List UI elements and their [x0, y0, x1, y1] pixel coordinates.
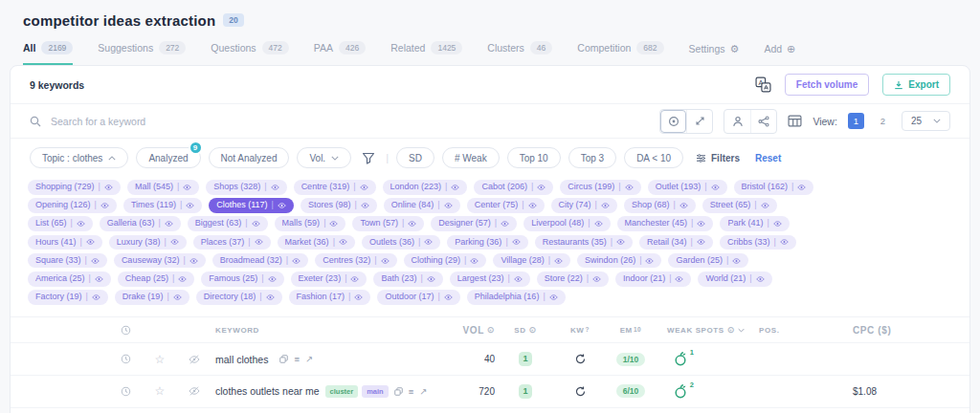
weak-spot-apple-icon[interactable]: 1	[673, 351, 688, 367]
eye-icon[interactable]	[537, 185, 546, 190]
filter-sd-pill[interactable]: SD	[396, 147, 434, 168]
target-icon[interactable]	[660, 110, 686, 133]
tag-pill[interactable]: Times (119) |	[123, 198, 202, 213]
eye-icon[interactable]	[514, 276, 523, 282]
serp-list-icon[interactable]: ≡	[294, 354, 300, 364]
tag-pill[interactable]: Shopping (729) |	[28, 180, 121, 195]
tab-paa[interactable]: PAA 426	[314, 41, 366, 65]
pos-column-header[interactable]: POS.	[746, 326, 847, 335]
tag-pill[interactable]: Indoor (21) |	[615, 272, 691, 287]
eye-icon[interactable]	[91, 258, 100, 264]
tag-pill[interactable]: Circus (199) |	[560, 180, 640, 195]
tag-pill[interactable]: Center (75) |	[467, 198, 545, 213]
keyword-text[interactable]: mall clothes	[215, 354, 268, 365]
history-icon[interactable]	[118, 386, 133, 397]
weak-spots-column-header[interactable]: WEAK SPOTS ⊙	[657, 325, 746, 335]
tag-pill[interactable]: Town (57) |	[352, 216, 424, 231]
vol-column-header[interactable]: VOL ⊙	[451, 325, 495, 336]
eye-icon[interactable]	[173, 294, 182, 300]
tag-pill[interactable]: Factory (19) |	[28, 290, 108, 305]
tag-pill[interactable]: Largest (23) |	[450, 272, 530, 287]
filter-top3-pill[interactable]: Top 3	[568, 147, 616, 168]
share-icon[interactable]	[750, 110, 776, 133]
table-icon[interactable]	[788, 115, 802, 127]
tag-pill[interactable]: Clothes (117) |	[209, 198, 294, 213]
eye-icon[interactable]	[773, 221, 782, 227]
eye-icon[interactable]	[77, 221, 85, 227]
tag-pill[interactable]: Places (37) |	[193, 235, 271, 250]
eye-icon[interactable]	[470, 258, 479, 264]
page-size-select[interactable]: 25	[902, 111, 950, 131]
filter-topic-pill[interactable]: Topic : clothes	[30, 147, 128, 168]
eye-icon[interactable]	[189, 258, 198, 264]
tag-pill[interactable]: Shop (68) |	[624, 198, 696, 213]
eye-icon[interactable]	[675, 276, 683, 282]
eye-icon[interactable]	[268, 276, 277, 282]
eye-icon[interactable]	[444, 294, 453, 300]
eye-icon[interactable]	[178, 276, 187, 282]
tag-pill[interactable]: Cheap (25) |	[118, 272, 194, 287]
filter-vol-pill[interactable]: Vol.	[297, 147, 351, 168]
eye-slash-icon[interactable]	[187, 355, 202, 364]
translate-icon[interactable]: A	[755, 76, 771, 93]
eye-icon[interactable]	[697, 221, 705, 227]
tag-pill[interactable]: List (65) |	[28, 216, 93, 231]
tab-add[interactable]: Add ⊕	[764, 43, 795, 63]
eye-icon[interactable]	[255, 239, 263, 245]
history-icon[interactable]	[118, 354, 133, 364]
tag-pill[interactable]: Broadmead (32) |	[212, 253, 308, 269]
eye-icon[interactable]	[92, 294, 100, 300]
tag-pill[interactable]: Directory (18) |	[196, 290, 282, 305]
tag-pill[interactable]: Stores (98) |	[301, 198, 377, 213]
serp-list-icon[interactable]: ≡	[409, 386, 414, 397]
tag-pill[interactable]: Swindon (26) |	[577, 253, 661, 269]
tag-pill[interactable]: Bath (23) |	[373, 272, 442, 287]
search-input[interactable]	[51, 116, 650, 127]
eye-icon[interactable]	[756, 276, 765, 282]
keyword-text[interactable]: clothes outlets near me	[215, 385, 320, 397]
eye-icon[interactable]	[183, 185, 191, 190]
tag-pill[interactable]: Parking (36) |	[447, 235, 527, 250]
eye-icon[interactable]	[594, 221, 603, 227]
kw-column-header[interactable]: KW?	[556, 326, 604, 335]
eye-icon[interactable]	[361, 203, 369, 208]
eye-icon[interactable]	[616, 239, 625, 245]
eye-icon[interactable]	[360, 185, 368, 190]
eye-icon[interactable]	[780, 239, 789, 245]
tag-pill[interactable]: City (74) |	[551, 198, 617, 213]
tag-pill[interactable]: Market (36) |	[278, 235, 355, 250]
eye-icon[interactable]	[797, 185, 806, 190]
tag-pill[interactable]: Cabot (206) |	[474, 180, 553, 195]
tag-pill[interactable]: Store (22) |	[537, 272, 609, 287]
eye-slash-icon[interactable]	[187, 386, 202, 396]
tag-pill[interactable]: Online (84) |	[384, 198, 460, 213]
star-icon[interactable]: ☆	[152, 353, 167, 366]
eye-icon[interactable]	[424, 239, 433, 245]
tag-pill[interactable]: Restaurants (35) |	[535, 235, 633, 250]
eye-icon[interactable]	[354, 294, 363, 300]
eye-icon[interactable]	[645, 258, 654, 264]
eye-icon[interactable]	[165, 221, 173, 227]
eye-icon[interactable]	[451, 185, 459, 190]
eye-icon[interactable]	[252, 221, 260, 227]
tag-pill[interactable]: Famous (25) |	[201, 272, 283, 287]
copy-icon[interactable]	[279, 355, 288, 363]
eye-icon[interactable]	[711, 185, 720, 190]
eye-icon[interactable]	[732, 258, 741, 264]
filter-top10-pill[interactable]: Top 10	[507, 147, 561, 168]
tag-pill[interactable]: Exeter (23) |	[291, 272, 368, 287]
tag-pill[interactable]: Drake (19) |	[115, 290, 189, 305]
tag-pill[interactable]: Centre (319) |	[294, 180, 376, 195]
tag-pill[interactable]: Garden (25) |	[668, 253, 748, 269]
tag-pill[interactable]: Designer (57) |	[431, 216, 517, 231]
tag-pill[interactable]: Malls (59) |	[275, 216, 346, 231]
copy-icon[interactable]	[394, 387, 403, 396]
eye-icon[interactable]	[427, 276, 435, 282]
tag-pill[interactable]: Outdoor (17) |	[377, 290, 459, 305]
open-external-icon[interactable]: ↗	[305, 354, 313, 364]
cpc-column-header[interactable]: CPC ($)	[847, 325, 969, 336]
tag-pill[interactable]: Outlets (36) |	[362, 235, 440, 250]
tag-pill[interactable]: World (21) |	[698, 272, 771, 287]
eye-icon[interactable]	[271, 185, 279, 190]
tag-pill[interactable]: Luxury (38) |	[109, 235, 187, 250]
